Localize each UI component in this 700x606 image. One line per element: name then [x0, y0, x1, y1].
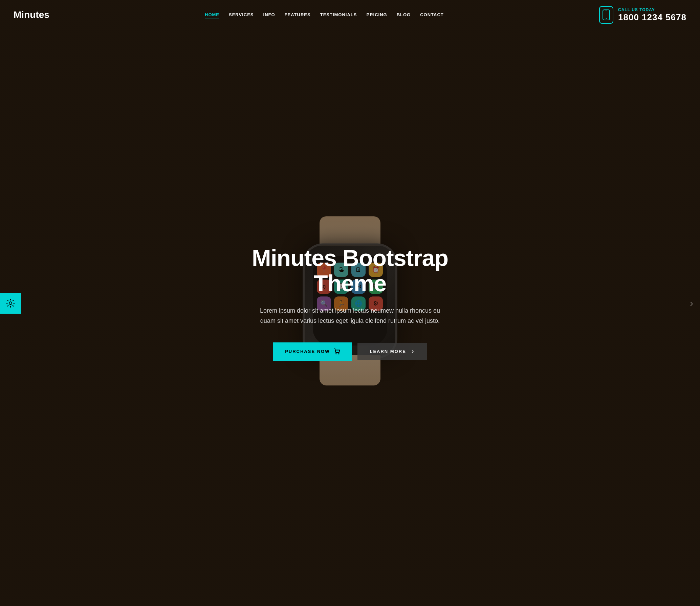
learn-more-label: LEARN MORE	[370, 349, 406, 354]
phone-section: CALL US TODAY 1800 1234 5678	[599, 6, 686, 24]
purchase-button-label: PURCHASE NOW	[285, 349, 330, 354]
hero-next-arrow[interactable]: ›	[690, 297, 693, 309]
svg-rect-1	[605, 11, 607, 12]
settings-button[interactable]	[0, 293, 21, 314]
hero-buttons: PURCHASE NOW LEARN MORE	[238, 342, 462, 361]
nav-blog[interactable]: BLOG	[397, 11, 411, 19]
phone-info: CALL US TODAY 1800 1234 5678	[618, 7, 686, 23]
nav-pricing[interactable]: PRICING	[366, 11, 387, 19]
cart-icon	[334, 349, 340, 355]
hero-title: Minutes Bootstrap Theme	[238, 245, 462, 296]
hero-section: 📍 🌤 🗓 ⏰ ♫ 💬 ✉ 📞 🔍 🏃 🌐 ⚙	[0, 0, 700, 606]
gear-icon	[6, 299, 15, 308]
nav-contact[interactable]: CONTACT	[420, 11, 444, 19]
svg-point-2	[606, 18, 607, 19]
phone-icon	[599, 6, 613, 24]
chevron-right-icon	[410, 349, 415, 354]
svg-point-5	[339, 354, 340, 354]
site-logo[interactable]: Minutes	[14, 9, 49, 20]
watch-strap-top	[320, 216, 380, 247]
nav-testimonials[interactable]: TESTIMONIALS	[320, 11, 357, 19]
nav-features[interactable]: FEATURES	[285, 11, 311, 19]
hero-description: Lorem ipsum dolor sit amet ipsum lectus …	[259, 306, 441, 326]
main-nav: HOME SERVICES INFO FEATURES TESTIMONIALS…	[205, 11, 444, 19]
nav-services[interactable]: SERVICES	[229, 11, 254, 19]
phone-label: CALL US TODAY	[618, 7, 686, 12]
nav-info[interactable]: INFO	[263, 11, 275, 19]
svg-point-4	[336, 354, 336, 354]
hero-content: Minutes Bootstrap Theme Lorem ipsum dolo…	[232, 245, 468, 361]
site-header: Minutes HOME SERVICES INFO FEATURES TEST…	[0, 0, 700, 30]
purchase-now-button[interactable]: PURCHASE NOW	[273, 342, 352, 361]
phone-number: 1800 1234 5678	[618, 12, 686, 23]
nav-home[interactable]: HOME	[205, 11, 219, 19]
svg-point-3	[9, 302, 12, 305]
learn-more-button[interactable]: LEARN MORE	[357, 343, 427, 360]
